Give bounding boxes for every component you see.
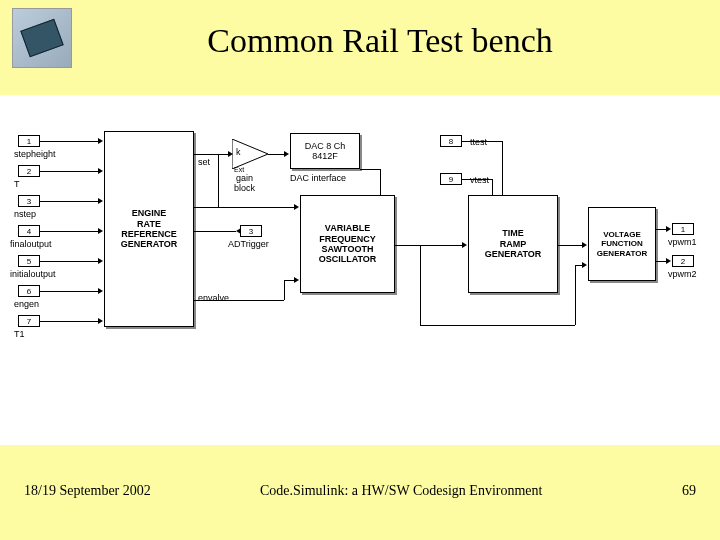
outport-1: 1 [672, 223, 694, 235]
footer-caption: Code.Simulink: a HW/SW Codesign Environm… [260, 483, 542, 499]
inport-2: 2 [18, 165, 40, 177]
port-ttest-label: ttest [470, 137, 487, 147]
inport-7-label: T1 [14, 329, 25, 339]
port-vtest: 9 [440, 173, 462, 185]
engine-out-envalve: envalve [198, 293, 229, 303]
gain-block: k Ext [232, 139, 268, 169]
engine-rate-reference-generator-block: ENGINE RATE REFERENCE GENERATOR [104, 131, 194, 327]
outport-2: 2 [672, 255, 694, 267]
dac-interface-block: DAC 8 Ch 8412F [290, 133, 360, 169]
logo-icon [12, 8, 72, 68]
inport-2-label: T [14, 179, 20, 189]
inport-1-label: stepheight [14, 149, 56, 159]
port-vtest-label: vtest [470, 175, 489, 185]
voltage-function-generator-block: VOLTAGE FUNCTION GENERATOR [588, 207, 656, 281]
inport-4-label: finaloutput [10, 239, 52, 249]
engine-out-set: set [198, 157, 210, 167]
inport-3-label: nstep [14, 209, 36, 219]
inport-6-label: engen [14, 299, 39, 309]
time-ramp-generator-block: TIME RAMP GENERATOR [468, 195, 558, 293]
outport-1-label: vpwm1 [668, 237, 697, 247]
inport-3: 3 [18, 195, 40, 207]
port-ttest: 8 [440, 135, 462, 147]
inport-1: 1 [18, 135, 40, 147]
page-title: Common Rail Test bench [40, 0, 720, 60]
port-adtrigger-label: ADTrigger [228, 239, 269, 249]
footer-date: 18/19 September 2002 [24, 483, 151, 499]
gain-block-label: gain block [234, 173, 255, 193]
port-adtrigger: 3 [240, 225, 262, 237]
inport-6: 6 [18, 285, 40, 297]
inport-4: 4 [18, 225, 40, 237]
inport-5: 5 [18, 255, 40, 267]
outport-2-label: vpwm2 [668, 269, 697, 279]
inport-5-label: initialoutput [10, 269, 56, 279]
footer-page: 69 [682, 483, 696, 499]
inport-7: 7 [18, 315, 40, 327]
block-diagram: 1 stepheight 2 T 3 nstep 4 finaloutput 5… [0, 95, 720, 445]
dac-interface-label: DAC interface [290, 173, 346, 183]
vfso-block: VARIABLE FREQUENCY SAWTOOTH OSCILLATOR [300, 195, 395, 293]
